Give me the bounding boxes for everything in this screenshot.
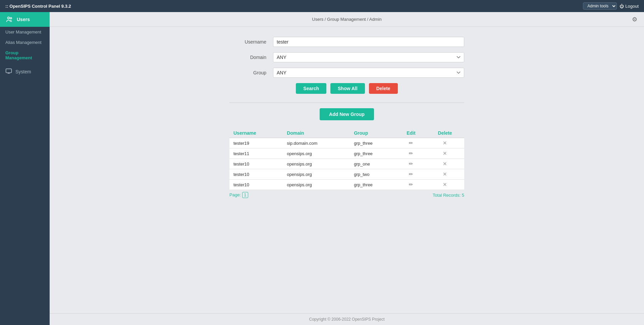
- add-new-group-button[interactable]: Add New Group: [320, 108, 374, 120]
- page-number[interactable]: 1: [242, 192, 249, 198]
- svg-rect-2: [6, 69, 12, 73]
- cell-username: tester10: [229, 180, 283, 190]
- table-footer: Page: 1 Total Records: 5: [229, 192, 464, 198]
- cell-username: tester10: [229, 169, 283, 180]
- pagination: Page: 1: [229, 192, 248, 198]
- system-icon: [5, 68, 12, 75]
- edit-icon: ✏: [409, 150, 413, 156]
- footer: Copyright © 2006-2022 OpenSIPS Project: [50, 313, 644, 325]
- domain-row: Domain ANY opensips.org sip.domain.com: [229, 52, 464, 62]
- cell-domain: opensips.org: [283, 169, 350, 180]
- svg-point-1: [10, 17, 12, 19]
- users-icon: [5, 15, 13, 23]
- row-delete-button[interactable]: ✕: [426, 148, 464, 159]
- edit-button[interactable]: ✏: [396, 169, 426, 180]
- admin-tools-select[interactable]: Admin tools: [583, 2, 617, 10]
- sidebar-system-label: System: [15, 69, 31, 74]
- sidebar-item-user-management[interactable]: User Management: [0, 27, 50, 37]
- cell-username: tester10: [229, 159, 283, 169]
- layout: Users User Management Alias Management G…: [0, 12, 644, 325]
- main: Users / Group Management / Admin ⚙ Usern…: [50, 12, 644, 325]
- search-button[interactable]: Search: [296, 83, 326, 94]
- copyright: Copyright © 2006-2022 OpenSIPS Project: [309, 317, 385, 322]
- row-delete-button[interactable]: ✕: [426, 169, 464, 180]
- cell-username: tester19: [229, 138, 283, 148]
- edit-icon: ✏: [409, 140, 413, 146]
- show-all-button[interactable]: Show All: [330, 83, 365, 94]
- sidebar: Users User Management Alias Management G…: [0, 12, 50, 325]
- username-label: Username: [229, 39, 273, 45]
- col-group: Group: [350, 128, 396, 138]
- power-icon: ⏻: [620, 4, 624, 9]
- edit-button[interactable]: ✏: [396, 138, 426, 148]
- topbar: :: OpenSIPS Control Panel 9.3.2 Admin to…: [0, 0, 644, 12]
- svg-point-0: [8, 17, 10, 19]
- total-records: Total Records: 5: [433, 193, 464, 198]
- delete-icon: ✕: [443, 140, 447, 146]
- delete-icon: ✕: [443, 150, 447, 156]
- settings-button[interactable]: ⚙: [632, 16, 637, 23]
- edit-icon: ✏: [409, 161, 413, 167]
- delete-button[interactable]: Delete: [369, 83, 398, 94]
- domain-label: Domain: [229, 55, 273, 60]
- delete-icon: ✕: [443, 182, 447, 187]
- cell-group: grp_three: [350, 180, 396, 190]
- form-buttons: Search Show All Delete: [229, 83, 464, 94]
- col-delete: Delete: [426, 128, 464, 138]
- cell-domain: opensips.org: [283, 148, 350, 159]
- page-label: Page:: [229, 192, 241, 197]
- cell-domain: opensips.org: [283, 159, 350, 169]
- username-row: Username: [229, 37, 464, 47]
- cell-group: grp_three: [350, 148, 396, 159]
- sidebar-item-group-management[interactable]: Group Management: [0, 48, 50, 63]
- row-delete-button[interactable]: ✕: [426, 180, 464, 190]
- logout-button[interactable]: ⏻ Logout: [620, 4, 639, 9]
- breadcrumb: Users / Group Management / Admin: [312, 17, 381, 22]
- edit-button[interactable]: ✏: [396, 148, 426, 159]
- table-row: tester11 opensips.org grp_three ✏ ✕: [229, 148, 464, 159]
- table-row: tester10 opensips.org grp_three ✏ ✕: [229, 180, 464, 190]
- cell-group: grp_two: [350, 169, 396, 180]
- search-form: Username Domain ANY opensips.org sip.dom…: [229, 37, 464, 97]
- row-delete-button[interactable]: ✕: [426, 138, 464, 148]
- delete-icon: ✕: [443, 171, 447, 177]
- table-row: tester10 opensips.org grp_one ✏ ✕: [229, 159, 464, 169]
- breadcrumb-bar: Users / Group Management / Admin ⚙: [50, 12, 644, 27]
- delete-icon: ✕: [443, 161, 447, 167]
- cell-group: grp_one: [350, 159, 396, 169]
- table-header: Username Domain Group Edit Delete: [229, 128, 464, 138]
- cell-domain: opensips.org: [283, 180, 350, 190]
- app-title: :: OpenSIPS Control Panel 9.3.2: [5, 4, 71, 9]
- content: Username Domain ANY opensips.org sip.dom…: [50, 27, 644, 313]
- cell-group: grp_three: [350, 138, 396, 148]
- sidebar-item-alias-management[interactable]: Alias Management: [0, 37, 50, 48]
- group-row: Group ANY grp_one grp_two grp_three: [229, 68, 464, 78]
- edit-icon: ✏: [409, 171, 413, 177]
- username-input[interactable]: [273, 37, 464, 47]
- results-table: Username Domain Group Edit Delete tester…: [229, 128, 464, 190]
- edit-icon: ✏: [409, 182, 413, 187]
- edit-button[interactable]: ✏: [396, 180, 426, 190]
- table-body: tester19 sip.domain.com grp_three ✏ ✕ te…: [229, 138, 464, 190]
- group-label: Group: [229, 70, 273, 75]
- edit-button[interactable]: ✏: [396, 159, 426, 169]
- sidebar-system[interactable]: System: [0, 64, 50, 79]
- sidebar-users-label: Users: [17, 17, 30, 22]
- col-username: Username: [229, 128, 283, 138]
- table-row: tester10 opensips.org grp_two ✏ ✕: [229, 169, 464, 180]
- divider: [229, 103, 464, 103]
- domain-select[interactable]: ANY opensips.org sip.domain.com: [273, 52, 464, 62]
- col-domain: Domain: [283, 128, 350, 138]
- logout-label: Logout: [625, 4, 639, 9]
- cell-domain: sip.domain.com: [283, 138, 350, 148]
- table-row: tester19 sip.domain.com grp_three ✏ ✕: [229, 138, 464, 148]
- col-edit: Edit: [396, 128, 426, 138]
- group-select[interactable]: ANY grp_one grp_two grp_three: [273, 68, 464, 78]
- sidebar-users-header[interactable]: Users: [0, 12, 50, 27]
- row-delete-button[interactable]: ✕: [426, 159, 464, 169]
- topbar-right: Admin tools ⏻ Logout: [583, 2, 639, 10]
- gear-icon: ⚙: [632, 16, 637, 23]
- cell-username: tester11: [229, 148, 283, 159]
